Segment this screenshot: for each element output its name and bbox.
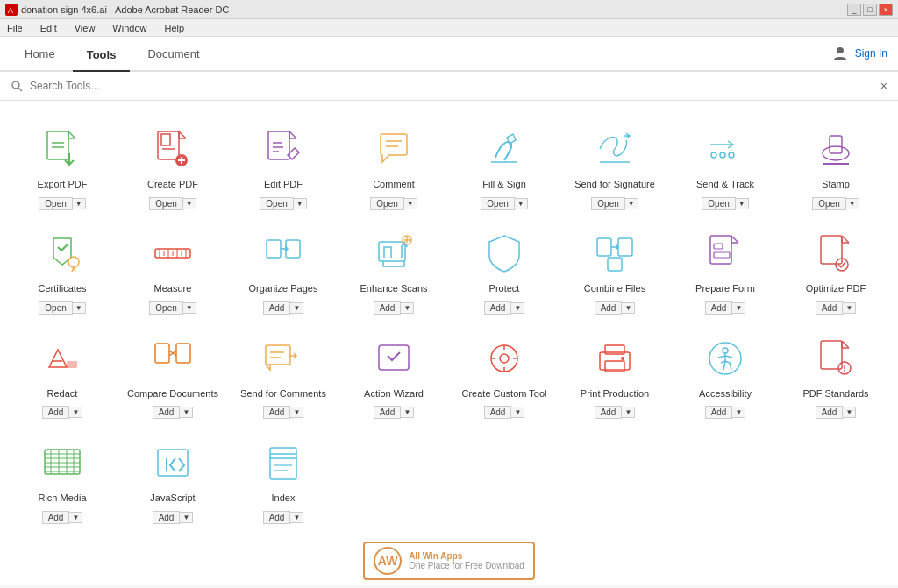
tool-organize-pages[interactable]: Organize Pages Add ▼ (228, 219, 339, 323)
tool-javascript[interactable]: JavaScript Add ▼ (118, 429, 228, 533)
tool-compare-documents-add[interactable]: Add (153, 406, 181, 419)
minimize-button[interactable]: _ (847, 4, 861, 16)
tool-rich-media-add[interactable]: Add (42, 511, 70, 524)
tool-create-custom-tool[interactable]: Create Custom Tool Add ▼ (449, 324, 559, 429)
menu-window[interactable]: Window (109, 21, 150, 35)
tool-edit-pdf-arrow[interactable]: ▼ (294, 198, 307, 209)
menu-edit[interactable]: Edit (37, 21, 61, 35)
tool-send-comments-add[interactable]: Add (263, 406, 291, 419)
tool-javascript-btn-group[interactable]: Add ▼ (153, 508, 194, 526)
tool-index-btn-group[interactable]: Add ▼ (263, 508, 304, 526)
tool-redact-btn-group[interactable]: Add ▼ (42, 404, 83, 422)
tool-redact-add[interactable]: Add (42, 406, 70, 419)
tool-fill-sign[interactable]: Fill & Sign Open ▼ (449, 115, 559, 219)
menu-file[interactable]: File (4, 21, 26, 35)
tool-accessibility-btn-group[interactable]: Add ▼ (705, 404, 746, 422)
tool-redact[interactable]: Redact Add ▼ (7, 324, 118, 429)
tool-send-comments-arrow[interactable]: ▼ (290, 407, 303, 418)
tool-optimize-pdf-btn-group[interactable]: Add ▼ (816, 300, 857, 317)
tool-comment-open[interactable]: Open (370, 197, 403, 210)
tool-create-pdf-btn-group[interactable]: Open ▼ (149, 195, 196, 212)
tool-protect-add[interactable]: Add (484, 301, 512, 315)
search-input[interactable] (30, 80, 873, 92)
tab-tools[interactable]: Tools (73, 39, 131, 72)
tool-prepare-form-arrow[interactable]: ▼ (732, 302, 745, 314)
tool-measure[interactable]: Measure Open ▼ (118, 219, 228, 323)
tool-rich-media-arrow[interactable]: ▼ (69, 512, 82, 523)
tool-measure-arrow[interactable]: ▼ (183, 302, 196, 314)
tool-create-custom-tool-arrow[interactable]: ▼ (511, 407, 524, 418)
tool-measure-btn-group[interactable]: Open ▼ (149, 300, 196, 317)
tool-export-pdf[interactable]: Export PDF Open ▼ (7, 115, 118, 219)
tool-stamp-btn-group[interactable]: Open ▼ (812, 195, 859, 212)
tool-prepare-form-btn-group[interactable]: Add ▼ (705, 300, 746, 317)
tool-rich-media-btn-group[interactable]: Add ▼ (42, 508, 83, 526)
tool-organize-pages-btn-group[interactable]: Add ▼ (263, 300, 304, 317)
tool-edit-pdf-btn-group[interactable]: Open ▼ (260, 195, 306, 212)
tool-optimize-pdf[interactable]: Optimize PDF Add ▼ (780, 219, 891, 323)
tool-enhance-scans-btn-group[interactable]: Add ▼ (374, 300, 415, 317)
tool-print-production-arrow[interactable]: ▼ (622, 407, 635, 418)
tool-edit-pdf[interactable]: Edit PDF Open ▼ (228, 115, 339, 219)
menu-view[interactable]: View (71, 21, 99, 35)
tool-redact-arrow[interactable]: ▼ (69, 407, 82, 418)
tool-protect-arrow[interactable]: ▼ (511, 302, 524, 314)
tool-send-comments[interactable]: Send for Comments Add ▼ (228, 324, 339, 429)
tool-index[interactable]: Index Add ▼ (228, 429, 339, 533)
tool-stamp-open[interactable]: Open (812, 197, 845, 210)
tab-home[interactable]: Home (11, 37, 69, 70)
sign-in-button[interactable]: Sign In (855, 47, 887, 60)
tool-fill-sign-open[interactable]: Open (481, 197, 514, 210)
tool-stamp-arrow[interactable]: ▼ (846, 198, 859, 209)
tool-compare-documents-arrow[interactable]: ▼ (180, 407, 193, 418)
tool-send-track-open[interactable]: Open (702, 197, 735, 210)
tool-comment-arrow[interactable]: ▼ (404, 198, 417, 209)
tool-prepare-form-add[interactable]: Add (705, 301, 733, 315)
tool-fill-sign-btn-group[interactable]: Open ▼ (481, 195, 527, 212)
tool-edit-pdf-open[interactable]: Open (260, 197, 293, 210)
tool-optimize-pdf-arrow[interactable]: ▼ (843, 302, 856, 314)
tool-print-production-add[interactable]: Add (595, 406, 623, 419)
tool-print-production-btn-group[interactable]: Add ▼ (595, 404, 636, 422)
tool-send-signature-open[interactable]: Open (591, 197, 624, 210)
tool-certificates-open[interactable]: Open (39, 301, 72, 315)
tab-document[interactable]: Document (133, 37, 213, 70)
search-clear-button[interactable]: × (880, 79, 887, 93)
tool-export-pdf-arrow[interactable]: ▼ (73, 198, 86, 209)
tool-pdf-standards-btn-group[interactable]: Add ▼ (816, 404, 857, 422)
tool-optimize-pdf-add[interactable]: Add (816, 301, 844, 315)
tool-javascript-add[interactable]: Add (153, 511, 181, 524)
tool-compare-documents[interactable]: Compare Documents Add ▼ (118, 324, 228, 429)
tool-action-wizard-btn-group[interactable]: Add ▼ (374, 404, 415, 422)
tool-pdf-standards-add[interactable]: Add (816, 406, 844, 419)
close-button[interactable]: × (879, 4, 893, 16)
tool-stamp[interactable]: Stamp Open ▼ (780, 115, 891, 219)
tool-enhance-scans[interactable]: Enhance Scans Add ▼ (339, 219, 449, 323)
tool-accessibility-arrow[interactable]: ▼ (732, 407, 745, 418)
tool-send-signature-arrow[interactable]: ▼ (625, 198, 638, 209)
tool-prepare-form[interactable]: Prepare Form Add ▼ (670, 219, 780, 323)
tool-protect[interactable]: Protect Add ▼ (449, 219, 559, 323)
tool-comment[interactable]: Comment Open ▼ (339, 115, 449, 219)
tool-accessibility[interactable]: Accessibility Add ▼ (670, 324, 780, 429)
tool-index-add[interactable]: Add (263, 511, 291, 524)
tool-rich-media[interactable]: Rich Media Add ▼ (7, 429, 118, 533)
maximize-button[interactable]: □ (863, 4, 877, 16)
tool-action-wizard-arrow[interactable]: ▼ (401, 407, 414, 418)
tool-create-pdf-arrow[interactable]: ▼ (183, 198, 196, 209)
tool-enhance-scans-arrow[interactable]: ▼ (401, 302, 414, 314)
tool-certificates-arrow[interactable]: ▼ (73, 302, 86, 314)
tool-combine-files-add[interactable]: Add (595, 301, 623, 315)
tool-accessibility-add[interactable]: Add (705, 406, 733, 419)
tool-send-signature[interactable]: Send for Signature Open ▼ (559, 115, 670, 219)
tool-action-wizard[interactable]: Action Wizard Add ▼ (339, 324, 449, 429)
tool-export-pdf-btn-group[interactable]: Open ▼ (39, 195, 85, 212)
tool-pdf-standards[interactable]: PDF Standards Add ▼ (780, 324, 891, 429)
tool-send-track[interactable]: Send & Track Open ▼ (670, 115, 780, 219)
tool-measure-open[interactable]: Open (149, 301, 182, 315)
tool-print-production[interactable]: Print Production Add ▼ (559, 324, 670, 429)
tool-action-wizard-add[interactable]: Add (374, 406, 402, 419)
tool-export-pdf-open[interactable]: Open (39, 197, 72, 210)
tool-send-track-arrow[interactable]: ▼ (736, 198, 749, 209)
tool-send-signature-btn-group[interactable]: Open ▼ (591, 195, 638, 212)
